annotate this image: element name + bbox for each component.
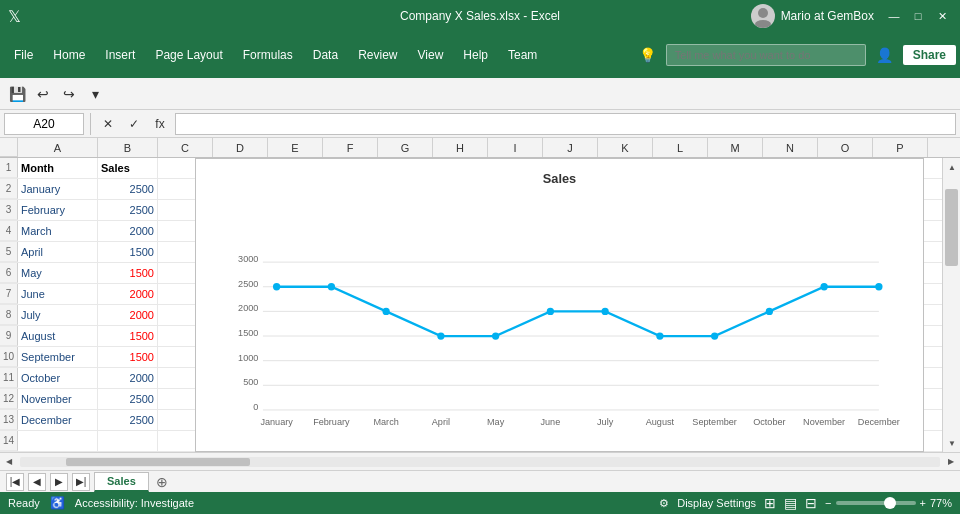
col-header-L[interactable]: L <box>653 138 708 157</box>
cell-A8[interactable]: July <box>18 305 98 325</box>
col-header-I[interactable]: I <box>488 138 543 157</box>
chart-area[interactable]: Sales 0 500 1000 1500 2000 2500 3000 <box>195 158 924 452</box>
scroll-track[interactable] <box>943 176 960 434</box>
tab-home[interactable]: Home <box>43 32 95 78</box>
ribbon-search-input[interactable] <box>666 44 866 66</box>
horizontal-scrollbar[interactable]: ◀ ▶ <box>0 452 960 470</box>
cell-A6[interactable]: May <box>18 263 98 283</box>
cancel-formula-button[interactable]: ✕ <box>97 113 119 135</box>
tab-insert[interactable]: Insert <box>95 32 145 78</box>
cell-A10[interactable]: September <box>18 347 98 367</box>
col-header-P[interactable]: P <box>873 138 928 157</box>
page-break-icon[interactable]: ⊟ <box>805 495 817 511</box>
minimize-button[interactable]: — <box>884 6 904 26</box>
col-header-H[interactable]: H <box>433 138 488 157</box>
cell-A7[interactable]: June <box>18 284 98 304</box>
col-header-K[interactable]: K <box>598 138 653 157</box>
tab-formulas[interactable]: Formulas <box>233 32 303 78</box>
normal-view-icon[interactable]: ⊞ <box>764 495 776 511</box>
confirm-formula-button[interactable]: ✓ <box>123 113 145 135</box>
share-button[interactable]: Share <box>903 45 956 65</box>
cell-A2[interactable]: January <box>18 179 98 199</box>
cell-B1[interactable]: Sales <box>98 158 158 178</box>
svg-point-0 <box>758 8 768 18</box>
h-scroll-thumb[interactable] <box>66 458 250 466</box>
cell-B6[interactable]: 1500 <box>98 263 158 283</box>
tab-page-layout[interactable]: Page Layout <box>145 32 232 78</box>
col-header-D[interactable]: D <box>213 138 268 157</box>
cell-A13[interactable]: December <box>18 410 98 430</box>
cell-A9[interactable]: August <box>18 326 98 346</box>
cell-A4[interactable]: March <box>18 221 98 241</box>
cell-B10[interactable]: 1500 <box>98 347 158 367</box>
tab-data[interactable]: Data <box>303 32 348 78</box>
cell-B4[interactable]: 2000 <box>98 221 158 241</box>
cell-B11[interactable]: 2000 <box>98 368 158 388</box>
formula-input[interactable] <box>175 113 956 135</box>
tab-view[interactable]: View <box>408 32 454 78</box>
cell-A12[interactable]: November <box>18 389 98 409</box>
cell-B13[interactable]: 2500 <box>98 410 158 430</box>
redo-button[interactable]: ↪ <box>58 83 80 105</box>
scroll-up-button[interactable]: ▲ <box>943 158 960 176</box>
cell-A11[interactable]: October <box>18 368 98 388</box>
cell-A3[interactable]: February <box>18 200 98 220</box>
zoom-slider[interactable] <box>836 501 916 505</box>
close-button[interactable]: ✕ <box>932 6 952 26</box>
col-header-G[interactable]: G <box>378 138 433 157</box>
tab-file[interactable]: File <box>4 32 43 78</box>
cell-B3[interactable]: 2500 <box>98 200 158 220</box>
add-sheet-button[interactable]: ⊕ <box>153 473 171 491</box>
col-header-A[interactable]: A <box>18 138 98 157</box>
cell-B9[interactable]: 1500 <box>98 326 158 346</box>
scroll-right-button[interactable]: ▶ <box>944 455 958 469</box>
cell-B8[interactable]: 2000 <box>98 305 158 325</box>
col-header-B[interactable]: B <box>98 138 158 157</box>
zoom-out-button[interactable]: − <box>825 497 831 509</box>
scroll-thumb[interactable] <box>945 189 958 266</box>
accessibility-text[interactable]: Accessibility: Investigate <box>75 497 194 509</box>
scroll-down-button[interactable]: ▼ <box>943 434 960 452</box>
vertical-scrollbar[interactable]: ▲ ▼ <box>942 158 960 452</box>
tab-next-button[interactable]: ▶ <box>50 473 68 491</box>
cell-A1[interactable]: Month <box>18 158 98 178</box>
col-header-J[interactable]: J <box>543 138 598 157</box>
scroll-left-button[interactable]: ◀ <box>2 455 16 469</box>
col-header-M[interactable]: M <box>708 138 763 157</box>
tab-help[interactable]: Help <box>453 32 498 78</box>
tab-review[interactable]: Review <box>348 32 407 78</box>
undo-button[interactable]: ↩ <box>32 83 54 105</box>
cell-B12[interactable]: 2500 <box>98 389 158 409</box>
zoom-in-button[interactable]: + <box>920 497 926 509</box>
cell-B14[interactable] <box>98 431 158 451</box>
display-settings-text[interactable]: Display Settings <box>677 497 756 509</box>
sheet-tab-sales[interactable]: Sales <box>94 472 149 492</box>
cell-B2[interactable]: 2500 <box>98 179 158 199</box>
col-header-F[interactable]: F <box>323 138 378 157</box>
insert-function-button[interactable]: fx <box>149 113 171 135</box>
tab-first-button[interactable]: |◀ <box>6 473 24 491</box>
col-header-C[interactable]: C <box>158 138 213 157</box>
zoom-control[interactable]: − + 77% <box>825 497 952 509</box>
cell-reference-input[interactable]: A20 <box>4 113 84 135</box>
page-layout-icon[interactable]: ▤ <box>784 495 797 511</box>
cell-B5[interactable]: 1500 <box>98 242 158 262</box>
tab-prev-button[interactable]: ◀ <box>28 473 46 491</box>
cell-A5[interactable]: April <box>18 242 98 262</box>
tab-last-button[interactable]: ▶| <box>72 473 90 491</box>
qa-dropdown-button[interactable]: ▾ <box>84 83 106 105</box>
col-header-O[interactable]: O <box>818 138 873 157</box>
restore-button[interactable]: □ <box>908 6 928 26</box>
zoom-thumb[interactable] <box>884 497 896 509</box>
cell-A14[interactable] <box>18 431 98 451</box>
x-label-mar: March <box>373 417 398 427</box>
row-number: 2 <box>0 179 18 199</box>
save-button[interactable]: 💾 <box>6 83 28 105</box>
col-header-N[interactable]: N <box>763 138 818 157</box>
tab-team[interactable]: Team <box>498 32 547 78</box>
h-scroll-track[interactable] <box>20 457 940 467</box>
col-header-E[interactable]: E <box>268 138 323 157</box>
row-number: 6 <box>0 263 18 283</box>
data-point-feb <box>328 283 335 290</box>
cell-B7[interactable]: 2000 <box>98 284 158 304</box>
